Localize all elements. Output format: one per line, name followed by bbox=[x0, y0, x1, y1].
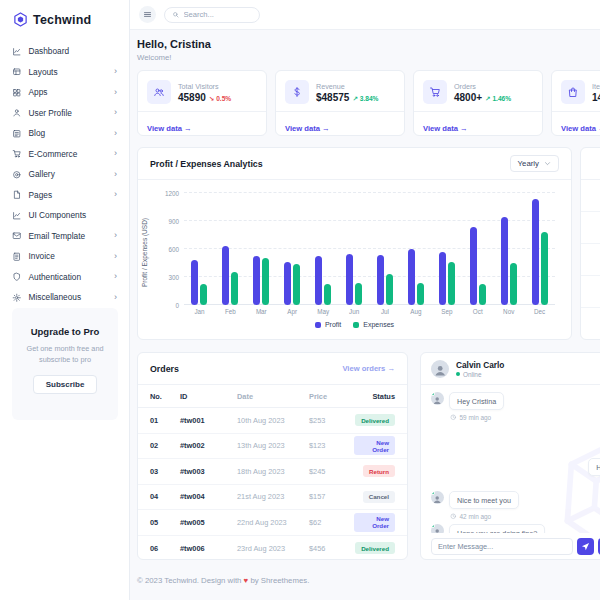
sidebar-item-email-template[interactable]: Email Template › bbox=[0, 226, 129, 247]
sidebar: Techwind Dashboard › Layouts › Apps › Us… bbox=[0, 0, 130, 600]
legend-profit-label: Profit bbox=[325, 321, 341, 328]
sidebar-item-pages[interactable]: Pages › bbox=[0, 185, 129, 206]
chat-user-avatar bbox=[431, 360, 449, 378]
hamburger-icon bbox=[143, 10, 152, 19]
x-tick-label: Mar bbox=[246, 308, 277, 315]
send-button[interactable] bbox=[577, 538, 594, 555]
status-badge: New Order bbox=[354, 436, 395, 455]
order-no: 03 bbox=[150, 467, 180, 476]
x-axis-labels: JanFebMarAprMayJunJulAugSepOctNovDec bbox=[184, 308, 555, 315]
sidebar-item-ui-components[interactable]: UI Components › bbox=[0, 205, 129, 226]
x-tick-label: May bbox=[308, 308, 339, 315]
bar-group-may bbox=[308, 193, 339, 305]
sidebar-item-gallery[interactable]: Gallery › bbox=[0, 164, 129, 185]
page-title: Hello, Cristina bbox=[137, 38, 211, 50]
col-id: ID bbox=[180, 392, 237, 401]
analytics-card: Profit / Expenses Analytics Yearly Profi… bbox=[137, 147, 572, 340]
bar-chart-plot: Profit / Expenses (USD) 03006009001200 bbox=[184, 193, 555, 305]
stat-value: $48575 bbox=[316, 92, 349, 103]
chat-messages: Hey Cristina 59 min ago Hello Calvin 45 … bbox=[421, 385, 600, 533]
side-panel-row bbox=[581, 244, 600, 276]
expenses-bar-jun bbox=[355, 283, 362, 305]
chart-line-icon bbox=[12, 47, 22, 57]
x-tick-label: Dec bbox=[524, 308, 555, 315]
bar-group-apr bbox=[277, 193, 308, 305]
online-dot-icon bbox=[456, 372, 460, 376]
chevron-right-icon: › bbox=[114, 170, 117, 179]
table-row: 03 #tw003 18th Aug 2023 $245 Return bbox=[138, 459, 407, 485]
col-status: Status bbox=[354, 392, 395, 401]
order-no: 05 bbox=[150, 518, 180, 527]
order-price: $123 bbox=[309, 441, 354, 450]
view-orders-link[interactable]: View orders → bbox=[342, 364, 395, 373]
order-price: $253 bbox=[309, 416, 354, 425]
sidebar-item-miscellaneous[interactable]: Miscellaneous › bbox=[0, 287, 129, 308]
view-data-link[interactable]: View data → bbox=[561, 124, 600, 133]
side-panel-clipped bbox=[580, 147, 600, 340]
table-row: 05 #tw005 22nd Aug 2023 $62 New Order bbox=[138, 510, 407, 536]
search-input[interactable] bbox=[184, 10, 254, 19]
footer-copyright: © 2023 Techwind. Design with ♥ by Shreet… bbox=[137, 576, 309, 585]
order-date: 21st Aug 2023 bbox=[237, 492, 309, 501]
profit-bar-aug bbox=[408, 249, 415, 305]
profit-bar-feb bbox=[222, 246, 229, 305]
mail-icon bbox=[12, 231, 22, 241]
profit-bar-jan bbox=[191, 260, 198, 305]
online-dot-icon bbox=[431, 524, 435, 528]
expenses-bar-mar bbox=[262, 258, 269, 305]
x-tick-label: Jan bbox=[184, 308, 215, 315]
view-data-link[interactable]: View data → bbox=[147, 124, 192, 133]
orders-table-header: No. ID Date Price Status bbox=[138, 385, 407, 408]
order-id: #tw001 bbox=[180, 416, 237, 425]
message-time: 45 min ago bbox=[431, 447, 600, 454]
orders-card: Orders View orders → No. ID Date Price S… bbox=[137, 352, 408, 560]
order-id: #tw004 bbox=[180, 492, 237, 501]
online-dot-icon bbox=[431, 491, 435, 495]
chat-message-input[interactable] bbox=[431, 538, 573, 555]
sidebar-item-apps[interactable]: Apps › bbox=[0, 82, 129, 103]
order-id: #tw006 bbox=[180, 544, 237, 553]
order-date: 18th Aug 2023 bbox=[237, 467, 309, 476]
layout-icon bbox=[12, 67, 22, 77]
order-id: #tw003 bbox=[180, 467, 237, 476]
chat-user-status: Online bbox=[456, 371, 504, 378]
sidebar-item-blog[interactable]: Blog › bbox=[0, 123, 129, 144]
sidebar-item-layouts[interactable]: Layouts › bbox=[0, 62, 129, 83]
profit-bar-jun bbox=[346, 254, 353, 305]
menu-toggle-button[interactable] bbox=[139, 6, 156, 23]
view-data-link[interactable]: View data → bbox=[285, 124, 330, 133]
footer-text-before: © 2023 Techwind. Design with bbox=[137, 576, 241, 585]
sidebar-item-invoice[interactable]: Invoice › bbox=[0, 246, 129, 267]
status-badge: Delivered bbox=[355, 414, 395, 426]
sidebar-item-e-commerce[interactable]: E-Commerce › bbox=[0, 144, 129, 165]
message-time: 42 min ago bbox=[450, 513, 600, 520]
sidebar-item-authentication[interactable]: Authentication › bbox=[0, 267, 129, 288]
profit-bar-sep bbox=[439, 252, 446, 305]
sidebar-item-user-profile[interactable]: User Profile › bbox=[0, 103, 129, 124]
chevron-down-icon bbox=[544, 160, 551, 167]
period-select-value: Yearly bbox=[518, 159, 539, 168]
bar-group-feb bbox=[215, 193, 246, 305]
order-no: 02 bbox=[150, 441, 180, 450]
stat-label: Revenue bbox=[316, 82, 378, 91]
table-row: 02 #tw002 13th Aug 2023 $123 New Order bbox=[138, 434, 407, 460]
stat-trend: ↗ 3.84% bbox=[352, 95, 378, 103]
x-tick-label: Jul bbox=[370, 308, 401, 315]
search-box bbox=[164, 7, 260, 23]
order-price: $157 bbox=[309, 492, 354, 501]
brand-logo[interactable]: Techwind bbox=[0, 0, 129, 37]
expenses-bar-jul bbox=[386, 274, 393, 305]
x-tick-label: Oct bbox=[462, 308, 493, 315]
message-avatar bbox=[431, 491, 444, 504]
view-data-link[interactable]: View data → bbox=[423, 124, 468, 133]
sidebar-item-dashboard[interactable]: Dashboard › bbox=[0, 41, 129, 62]
bar-group-oct bbox=[462, 193, 493, 305]
period-select[interactable]: Yearly bbox=[510, 155, 559, 172]
subscribe-button[interactable]: Subscribe bbox=[33, 375, 98, 394]
chevron-right-icon: › bbox=[114, 231, 117, 240]
table-row: 04 #tw004 21st Aug 2023 $157 Cancel bbox=[138, 485, 407, 511]
profit-bar-apr bbox=[284, 262, 291, 305]
order-date: 10th Aug 2023 bbox=[237, 416, 309, 425]
table-row: 06 #tw006 23rd Aug 2023 $456 Delivered bbox=[138, 536, 407, 562]
expenses-bar-aug bbox=[417, 283, 424, 305]
